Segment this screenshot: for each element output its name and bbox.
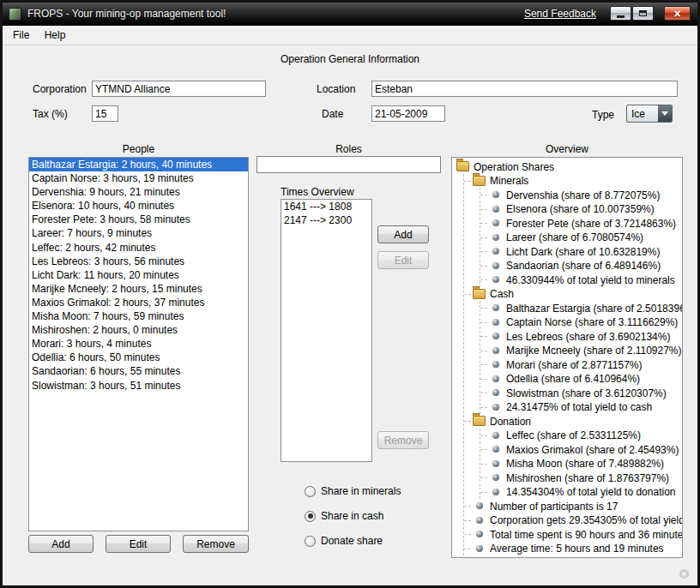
tree-node[interactable]: Captain Norse (share of 3.1116629%)	[489, 315, 682, 330]
tree-node[interactable]: Mishiroshen (share of 1.8763797%)	[489, 471, 682, 485]
maximize-button[interactable]	[632, 6, 654, 21]
tree-node-label: Number of participants is 17	[490, 500, 618, 513]
folder-icon	[473, 289, 486, 299]
minimize-button[interactable]	[610, 6, 631, 21]
type-select-value: Ice	[627, 105, 658, 122]
people-list-item[interactable]: Lareer: 7 hours, 9 minutes	[29, 226, 248, 240]
bullet-icon	[492, 404, 499, 411]
tree-node[interactable]: Forester Pete (share of 3.7214863%)	[489, 216, 682, 231]
tree-node[interactable]: Minerals	[473, 174, 682, 189]
tree-node-label: Marijke Mcneely (share of 2.110927%)	[506, 344, 682, 357]
tree-node-label: Elsenora (share of 10.007359%)	[506, 202, 655, 215]
people-list-item[interactable]: Forester Pete: 3 hours, 58 minutes	[29, 213, 248, 226]
date-label: Date	[322, 108, 343, 120]
app-icon	[9, 8, 21, 21]
people-list-item[interactable]: Morari: 3 hours, 4 minutes	[29, 337, 248, 351]
close-button[interactable]: ×	[664, 6, 691, 21]
tree-node[interactable]: Donation	[473, 414, 682, 429]
tree-node-label: Licht Dark (share of 10.632819%)	[506, 245, 660, 258]
people-list-item[interactable]: Licht Dark: 11 hours, 20 minutes	[29, 268, 248, 282]
overview-panel-title: Overview	[451, 143, 683, 155]
bullet-icon	[492, 389, 499, 396]
roles-panel-title: Roles	[256, 143, 441, 155]
tree-node-label: Les Lebreos (share of 3.6902134%)	[506, 330, 670, 343]
times-list[interactable]: 1641 ---> 18082147 ---> 2300	[281, 199, 372, 462]
bullet-icon	[492, 446, 499, 453]
people-remove-button[interactable]: Remove	[183, 535, 249, 553]
tree-node[interactable]: Lareer (share of 6.7080574%)	[489, 231, 682, 245]
tree-node[interactable]: Maxios Grimakol (share of 2.45493%)	[489, 442, 682, 457]
tree-node-label: Balthazar Estargia (share of 2.5018396%)	[506, 302, 683, 315]
corporation-input[interactable]	[92, 81, 266, 97]
bullet-icon	[492, 347, 499, 354]
tree-node[interactable]: 14.354304% of total yield to donation	[489, 485, 682, 500]
menu-help[interactable]: Help	[39, 26, 72, 44]
tree-node[interactable]: Leffec (share of 2.5331125%)	[489, 429, 682, 443]
tree-node[interactable]: 46.330944% of total yield to minerals	[489, 273, 682, 287]
resize-grip[interactable]	[679, 569, 689, 579]
people-list-item[interactable]: Misha Moon: 7 hours, 59 minutes	[29, 309, 248, 323]
tree-node-label: 24.31475% of total yield to cash	[506, 400, 652, 413]
tax-input[interactable]	[92, 105, 118, 122]
maximize-icon	[639, 10, 647, 16]
menu-file[interactable]: File	[7, 26, 35, 44]
share-option[interactable]: Share in cash	[305, 509, 401, 523]
tree-node[interactable]: Morari (share of 2.8771157%)	[489, 357, 682, 372]
times-list-item[interactable]: 1641 ---> 1808	[281, 200, 371, 213]
tree-node-label: Mishiroshen (share of 1.8763797%)	[506, 471, 669, 484]
tree-node[interactable]: Average time: 5 hours and 19 minutes	[473, 542, 682, 556]
people-list-item[interactable]: Captain Norse: 3 hours, 19 minutes	[29, 171, 248, 185]
tree-node[interactable]: Sandaorian (share of 6.489146%)	[489, 259, 682, 273]
location-input[interactable]	[371, 81, 678, 97]
people-list-item[interactable]: Odellia: 6 hours, 50 minutes	[29, 351, 248, 364]
times-list-item[interactable]: 2147 ---> 2300	[281, 213, 371, 227]
page-title: Operation General Information	[3, 53, 697, 65]
tax-label: Tax (%)	[33, 108, 68, 120]
tree-node[interactable]: Slowistman (share of 3.6120307%)	[489, 386, 682, 400]
people-list-item[interactable]: Dervenshia: 9 hours, 21 minutes	[29, 185, 248, 199]
people-edit-button[interactable]: Edit	[106, 535, 171, 553]
type-select[interactable]: Ice	[626, 105, 673, 123]
people-list-item[interactable]: Marijke Mcneely: 2 hours, 15 minutes	[29, 282, 248, 296]
overview-tree[interactable]: Operation SharesMineralsDervenshia (shar…	[451, 157, 683, 558]
people-list-item[interactable]: Slowistman: 3 hours, 51 minutes	[29, 379, 248, 393]
people-list-item[interactable]: Mishiroshen: 2 hours, 0 minutes	[29, 323, 248, 337]
people-list-item[interactable]: Les Lebreos: 3 hours, 56 minutes	[29, 255, 248, 268]
tree-node[interactable]: Dervenshia (share of 8.772075%)	[489, 188, 682, 202]
tree-node[interactable]: Total time spent is 90 hours and 36 minu…	[473, 527, 682, 542]
tree-node[interactable]: Cash	[473, 287, 682, 302]
times-edit-button: Edit	[377, 251, 429, 269]
people-list-item[interactable]: Balthazar Estargia: 2 hours, 40 minutes	[29, 158, 248, 171]
tree-node[interactable]: Misha Moon (share of 7.489882%)	[489, 457, 682, 471]
tree-node-label: Leffec (share of 2.5331125%)	[506, 429, 641, 441]
bullet-icon	[492, 333, 499, 339]
share-option[interactable]: Share in minerals	[305, 484, 401, 498]
tree-node[interactable]: Balthazar Estargia (share of 2.5018396%)	[489, 301, 682, 315]
tree-node-label: Total time spent is 90 hours and 36 minu…	[490, 528, 683, 541]
tree-node[interactable]: Corporation gets 29.354305% of total yie…	[473, 513, 682, 528]
share-option[interactable]: Donate share	[305, 534, 401, 548]
tree-node-label: Dervenshia (share of 8.772075%)	[506, 189, 660, 201]
tree-node-label: Odellia (share of 6.410964%)	[506, 372, 640, 385]
tree-node[interactable]: Operation Shares	[456, 159, 682, 174]
date-input[interactable]	[371, 105, 445, 122]
people-list-item[interactable]: Sandaorian: 6 hours, 55 minutes	[29, 364, 248, 378]
people-list-item[interactable]: Leffec: 2 hours, 42 minutes	[29, 241, 248, 255]
tree-node-label: Minerals	[490, 174, 528, 187]
app-window: FROPS - Your mining-op management tool! …	[0, 0, 700, 588]
people-list-item[interactable]: Elsenora: 10 hours, 40 minutes	[29, 199, 248, 213]
tree-node[interactable]: Odellia (share of 6.410964%)	[489, 372, 682, 387]
send-feedback-link[interactable]: Send Feedback	[524, 8, 596, 20]
tree-node[interactable]: Marijke Mcneely (share of 2.110927%)	[489, 344, 682, 358]
tree-node[interactable]: Les Lebreos (share of 3.6902134%)	[489, 329, 682, 344]
people-list[interactable]: Balthazar Estargia: 2 hours, 40 minutesC…	[28, 157, 249, 531]
people-list-item[interactable]: Maxios Grimakol: 2 hours, 37 minutes	[29, 296, 248, 309]
people-add-button[interactable]: Add	[28, 535, 94, 553]
tree-node[interactable]: Elsenora (share of 10.007359%)	[489, 202, 682, 217]
role-input[interactable]	[256, 156, 441, 173]
bullet-icon	[492, 262, 499, 269]
tree-node[interactable]: 24.31475% of total yield to cash	[489, 400, 682, 415]
tree-node[interactable]: Number of participants is 17	[473, 499, 682, 513]
times-add-button[interactable]: Add	[377, 225, 429, 243]
tree-node[interactable]: Licht Dark (share of 10.632819%)	[489, 244, 682, 259]
